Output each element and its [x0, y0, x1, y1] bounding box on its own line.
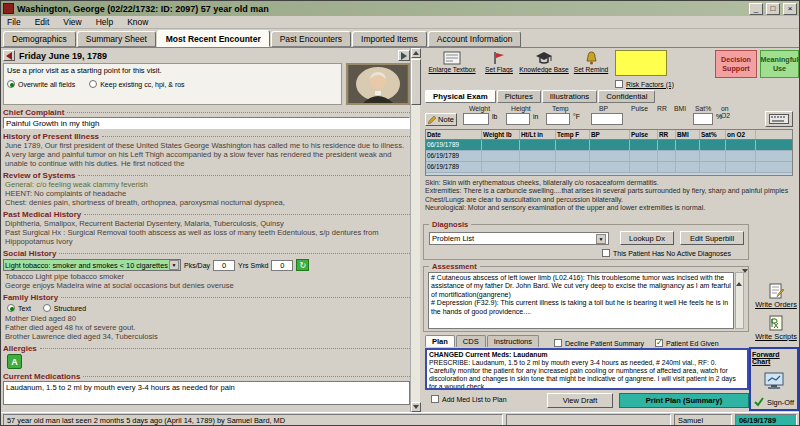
medications-section: Current Medications [3, 371, 410, 381]
risk-factors-link[interactable]: Risk Factors (1) [626, 81, 674, 88]
title-bar: Washington, George (02/22/1732: ID: 2097… [1, 1, 799, 16]
ros-text[interactable]: General: c/o feeling weak clammy feveris… [3, 180, 410, 207]
enlarge-textbox-button[interactable]: Enlarge Textbox [427, 51, 477, 73]
view-draft-button[interactable]: View Draft [547, 393, 613, 408]
left-panel-scrollbar[interactable] [410, 48, 420, 412]
prev-encounter-button[interactable] [3, 50, 15, 61]
patient-ed-given-checkbox[interactable] [655, 339, 663, 347]
radio-overwrite[interactable] [7, 80, 15, 88]
hpi-text[interactable]: June 1789, Our first president of these … [3, 141, 410, 168]
vitals-row[interactable]: 06/19/1789 [426, 162, 792, 173]
assessment-scrollbar[interactable] [735, 272, 744, 329]
tab-imported-items[interactable]: Imported Items [352, 31, 427, 47]
maximize-button[interactable] [766, 3, 780, 15]
add-med-list-checkbox[interactable] [431, 395, 439, 403]
chevron-down-icon[interactable] [596, 234, 606, 244]
sat-input[interactable] [693, 113, 713, 125]
knowledge-base-button[interactable]: Knowledge Base [519, 51, 569, 73]
scrollbar-thumb[interactable] [411, 59, 421, 105]
tab-pictures[interactable]: Pictures [497, 90, 541, 103]
menu-view[interactable]: View [63, 17, 81, 27]
current-medications-text[interactable]: Laudanum, 1.5 to 2 ml by mouth every 3-4… [3, 381, 410, 405]
plan-text[interactable]: CHANGED Current Meds: Laudanum PRESCRIBE… [425, 348, 749, 390]
tab-instructions[interactable]: Instructions [487, 335, 539, 347]
forward-chart-button[interactable]: Forward Chart [752, 351, 796, 365]
scroll-up-button[interactable] [411, 48, 421, 58]
chart-finish-box: Forward Chart Sign-Off [749, 347, 799, 411]
menu-file[interactable]: File [7, 17, 21, 27]
fh-text-option[interactable]: Text [7, 304, 31, 312]
no-active-diagnoses-checkbox[interactable] [602, 249, 610, 257]
refresh-smoking-icon[interactable]: ↻ [296, 259, 309, 271]
diagnosis-label: Diagnosis [429, 220, 471, 229]
problem-list-dropdown[interactable]: Problem List [429, 232, 609, 245]
tab-cds[interactable]: CDS [456, 335, 486, 347]
sat-unit: % [716, 113, 722, 120]
fh-structured-option[interactable]: Structured [43, 304, 86, 312]
chief-complaint-input[interactable] [3, 117, 410, 129]
social-history-text[interactable]: Tobacco Light pipe tobacco smoker George… [3, 272, 410, 290]
yrs-smkd-input[interactable] [271, 260, 293, 271]
app-window: Washington, George (02/22/1732: ID: 2097… [0, 0, 800, 426]
weight-input[interactable] [463, 113, 489, 125]
close-button[interactable] [783, 3, 797, 15]
vitals-row[interactable]: 06/19/1789 [426, 140, 792, 151]
radio-fh-text[interactable] [7, 304, 15, 312]
radio-fh-structured[interactable] [43, 304, 51, 312]
forward-chart-icon [763, 371, 785, 391]
menu-help[interactable]: Help [96, 17, 113, 27]
family-history-text[interactable]: Mother Died aged 80 Father died aged 48 … [3, 314, 410, 341]
set-remind-button[interactable]: Set Remind [571, 51, 611, 73]
arrow-down-icon [413, 405, 419, 409]
encounter-note-panel: Friday June 19, 1789 Use a prior visit a… [1, 48, 422, 412]
sign-off-button[interactable]: Sign-Off [754, 397, 794, 407]
encounter-date: Friday June 19, 1789 [19, 51, 394, 61]
write-orders-button[interactable]: Write Orders [753, 283, 799, 309]
lookup-dx-button[interactable]: Lookup Dx [620, 231, 674, 245]
tab-past-encounters[interactable]: Past Encounters [271, 31, 351, 47]
allergy-icon[interactable]: A [7, 354, 22, 369]
tab-account-information[interactable]: Account Information [428, 31, 522, 47]
smoking-status-dropdown[interactable]: Light tobacco: smoker and smokes < 10 ci… [3, 259, 181, 271]
height-input[interactable] [506, 113, 530, 125]
overwrite-all-fields-option[interactable]: Overwrite all fields [7, 80, 75, 88]
risk-factors-checkbox[interactable] [615, 80, 623, 88]
radio-keep-existing[interactable] [89, 80, 97, 88]
edit-superbill-button[interactable]: Edit Superbill [680, 231, 744, 245]
tab-illustrations[interactable]: Illustrations [542, 90, 597, 103]
tab-physical-exam[interactable]: Physical Exam [425, 90, 496, 103]
temp-input[interactable] [546, 113, 570, 125]
scroll-down-button[interactable] [411, 402, 421, 412]
pmh-text[interactable]: Diphtheria, Smallpox, Recurrent Bacteria… [3, 219, 410, 246]
patient-ed-given-row: Patient Ed Given [655, 339, 719, 347]
tab-demographics[interactable]: Demographics [3, 31, 76, 47]
family-history-label: Family History [3, 293, 58, 302]
menu-edit[interactable]: Edit [35, 17, 50, 27]
flowsheet-button[interactable] [765, 111, 793, 127]
menu-know[interactable]: Know [127, 17, 148, 27]
minimize-button[interactable] [749, 3, 763, 15]
vitals-note-button[interactable]: Note [425, 113, 457, 126]
main-tab-bar: Demographics Summary Sheet Most Recent E… [1, 29, 799, 48]
alert-flag-box[interactable] [615, 50, 667, 76]
next-encounter-button[interactable] [398, 50, 410, 61]
write-scripts-button[interactable]: Write Scripts [753, 315, 799, 341]
tab-most-recent-encounter[interactable]: Most Recent Encounter [157, 30, 270, 47]
tab-confidential[interactable]: Confidential [598, 90, 655, 103]
decline-patient-summary-checkbox[interactable] [554, 339, 562, 347]
chevron-down-icon[interactable] [169, 260, 179, 270]
assessment-text[interactable]: # Cutaneous abscess of left lower limb (… [428, 272, 734, 329]
temp-unit: °F [573, 113, 580, 120]
exam-findings-text[interactable]: Skin: Skin with erythematous cheeks, bil… [425, 179, 795, 219]
george-washington-portrait-image [349, 65, 407, 103]
vitals-row[interactable]: 06/19/1789 [426, 151, 792, 162]
pks-day-input[interactable] [213, 260, 235, 271]
decision-support-button[interactable]: Decision Support [715, 50, 757, 78]
keep-existing-option[interactable]: Keep existing cc, hpi, & ros [89, 80, 184, 88]
meaningful-use-button[interactable]: Meaningful Use [760, 50, 799, 78]
set-flags-button[interactable]: Set Flags [481, 51, 517, 73]
bp-input[interactable] [591, 113, 623, 125]
print-plan-button[interactable]: Print Plan (Summary) [619, 393, 749, 408]
tab-summary-sheet[interactable]: Summary Sheet [77, 31, 156, 47]
tab-plan[interactable]: Plan [425, 335, 455, 347]
